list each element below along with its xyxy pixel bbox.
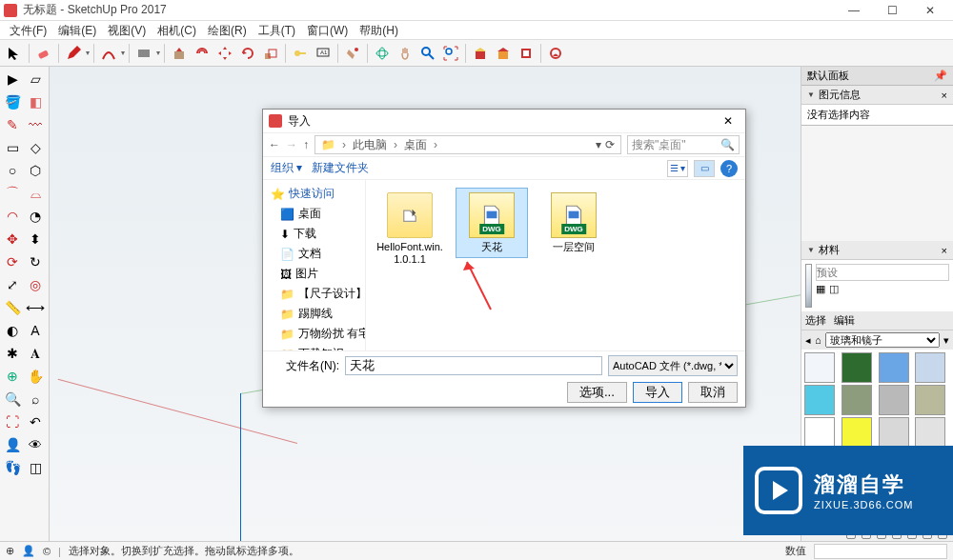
tree-item[interactable]: 📁 踢脚线 bbox=[263, 304, 365, 324]
file-list[interactable]: HelloFont.win.1.0.1.1天花一层空间 bbox=[366, 180, 745, 350]
nav-up-icon[interactable]: ↑ bbox=[303, 138, 309, 151]
scale-tool[interactable]: ⤢ bbox=[2, 274, 23, 295]
tab-edit[interactable]: 编辑 bbox=[834, 313, 855, 328]
arc-tool[interactable]: ⌒ bbox=[2, 183, 23, 204]
orbit-icon[interactable] bbox=[372, 43, 393, 64]
arc-icon[interactable] bbox=[98, 43, 119, 64]
entity-info-header[interactable]: ▼图元信息× bbox=[801, 86, 953, 105]
search-input[interactable]: 搜索"桌面" 🔍 bbox=[627, 135, 740, 154]
nav-forward-icon[interactable]: → bbox=[286, 138, 297, 151]
menu-camera[interactable]: 相机(C) bbox=[152, 21, 202, 39]
rectangle-icon[interactable] bbox=[133, 43, 154, 64]
section-tool[interactable]: ◫ bbox=[25, 457, 46, 478]
line-tool[interactable]: ✎ bbox=[2, 114, 23, 135]
material-swatch[interactable] bbox=[879, 417, 909, 448]
tree-item[interactable]: 📁 下载知识 bbox=[263, 344, 365, 350]
material-preview[interactable] bbox=[805, 264, 812, 308]
material-swatch[interactable] bbox=[804, 352, 835, 383]
nav-back-icon[interactable]: ← bbox=[269, 138, 280, 151]
preview-toggle-button[interactable]: ▭ bbox=[694, 160, 715, 177]
search-icon[interactable]: 🔍 bbox=[720, 138, 735, 151]
menu-file[interactable]: 文件(F) bbox=[4, 21, 52, 39]
pushpull-icon[interactable] bbox=[169, 43, 190, 64]
layout-icon[interactable] bbox=[545, 43, 566, 64]
material-library-select[interactable]: 玻璃和镜子 bbox=[825, 332, 940, 348]
credit-icon[interactable]: © bbox=[43, 546, 51, 557]
move-tool[interactable]: ✥ bbox=[2, 229, 23, 250]
tray-pin-icon[interactable]: 📌 bbox=[934, 70, 947, 82]
extension-icon[interactable] bbox=[516, 43, 537, 64]
tape-icon[interactable] bbox=[290, 43, 311, 64]
axes-tool[interactable]: ✱ bbox=[2, 343, 23, 364]
pencil-icon[interactable] bbox=[63, 43, 84, 64]
home-icon[interactable]: ⌂ bbox=[815, 334, 821, 346]
tree-item[interactable]: 📄 文档 bbox=[263, 244, 365, 264]
warehouse-icon[interactable] bbox=[470, 43, 491, 64]
file-item[interactable]: HelloFont.win.1.0.1.1 bbox=[374, 188, 446, 270]
panel-close-icon[interactable]: × bbox=[942, 90, 947, 101]
zoom-icon[interactable] bbox=[417, 43, 438, 64]
polygon-tool[interactable]: ⬡ bbox=[25, 160, 46, 181]
text-icon[interactable]: A1 bbox=[313, 43, 334, 64]
dropdown-icon[interactable]: ▾ bbox=[596, 138, 601, 151]
menu-view[interactable]: 视图(V) bbox=[102, 21, 152, 39]
close-button[interactable]: ✕ bbox=[911, 0, 949, 21]
text-tool[interactable]: A bbox=[25, 320, 46, 341]
menu-tools[interactable]: 工具(T) bbox=[253, 21, 301, 39]
cancel-button[interactable]: 取消 bbox=[688, 382, 738, 403]
material-name-input[interactable] bbox=[816, 264, 949, 281]
paint-tool[interactable]: 🪣 bbox=[2, 91, 23, 112]
back-icon[interactable]: ◂ bbox=[805, 334, 811, 347]
filename-input[interactable] bbox=[345, 356, 602, 375]
menu-window[interactable]: 窗口(W) bbox=[301, 21, 354, 39]
component-tool[interactable]: ▱ bbox=[25, 69, 46, 90]
scale-icon[interactable] bbox=[260, 43, 281, 64]
dialog-close-button[interactable]: ✕ bbox=[717, 111, 740, 130]
tree-item[interactable]: 🟦 桌面 bbox=[263, 204, 365, 224]
dim-tool[interactable]: ⟷ bbox=[25, 297, 46, 318]
material-swatch[interactable] bbox=[804, 385, 835, 415]
minimize-button[interactable]: — bbox=[835, 0, 873, 21]
file-item[interactable]: 天花 bbox=[456, 188, 528, 258]
prev-tool[interactable]: ↶ bbox=[25, 411, 46, 432]
tree-item[interactable]: 🖼 图片 bbox=[263, 264, 365, 284]
material-swatch[interactable] bbox=[841, 385, 872, 415]
select-icon[interactable] bbox=[4, 43, 25, 64]
material-swatch[interactable] bbox=[915, 385, 945, 415]
rotrect-tool[interactable]: ◇ bbox=[25, 137, 46, 158]
paint-icon[interactable] bbox=[342, 43, 363, 64]
rect-tool[interactable]: ▭ bbox=[2, 137, 23, 158]
pie-tool[interactable]: ◔ bbox=[25, 206, 46, 227]
freehand-tool[interactable]: 〰 bbox=[25, 114, 46, 135]
material-swatch[interactable] bbox=[804, 417, 835, 448]
rotate-tool[interactable]: ⟳ bbox=[2, 251, 23, 272]
measure-input[interactable] bbox=[814, 544, 947, 559]
geo-icon[interactable]: ⊕ bbox=[6, 545, 14, 557]
eraser-icon[interactable] bbox=[33, 43, 54, 64]
tree-item[interactable]: 📁 【尺子设计】原... bbox=[263, 284, 365, 304]
tree-quickaccess[interactable]: ⭐ 快速访问 bbox=[263, 184, 365, 204]
select-tool[interactable]: ▶ bbox=[2, 69, 23, 90]
menu-edit[interactable]: 编辑(E) bbox=[52, 21, 102, 39]
import-button[interactable]: 导入 bbox=[633, 382, 682, 403]
help-icon[interactable]: ? bbox=[720, 160, 738, 177]
material-swatch[interactable] bbox=[915, 352, 945, 383]
eraser-tool[interactable]: ◧ bbox=[25, 91, 46, 112]
zoomext-tool[interactable]: ⛶ bbox=[2, 411, 23, 432]
refresh-icon[interactable]: ⟳ bbox=[605, 138, 615, 151]
menu-draw[interactable]: 绘图(R) bbox=[202, 21, 253, 39]
pushpull-tool[interactable]: ⬍ bbox=[25, 229, 46, 250]
menu-icon[interactable]: ▾ bbox=[943, 334, 949, 347]
material-swatch[interactable] bbox=[879, 352, 909, 383]
view-mode-button[interactable]: ☰ ▾ bbox=[667, 160, 688, 177]
zoom-extents-icon[interactable] bbox=[440, 43, 461, 64]
user-icon[interactable]: 👤 bbox=[22, 545, 35, 557]
maximize-button[interactable]: ☐ bbox=[873, 0, 911, 21]
material-swatch[interactable] bbox=[879, 385, 909, 415]
3dtext-tool[interactable]: 𝐀 bbox=[25, 343, 46, 364]
tape-tool[interactable]: 📏 bbox=[2, 297, 23, 318]
arc3-tool[interactable]: ◠ bbox=[2, 206, 23, 227]
menu-help[interactable]: 帮助(H) bbox=[354, 21, 404, 39]
breadcrumb[interactable]: 📁 此电脑 桌面 ▾⟳ bbox=[314, 135, 621, 154]
tree-item[interactable]: ⬇ 下载 bbox=[263, 224, 365, 244]
